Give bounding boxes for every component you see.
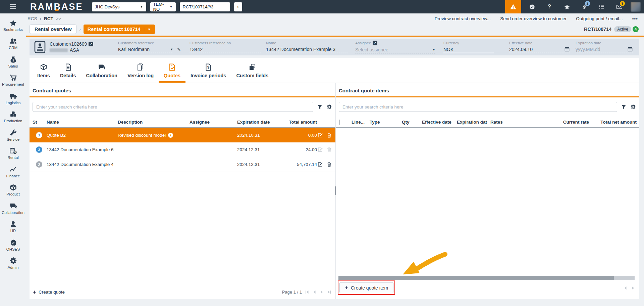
tab-items[interactable]: Items: [32, 58, 55, 83]
messages-button[interactable]: 9: [612, 0, 626, 13]
system-select[interactable]: JHC DevSys▼: [92, 2, 146, 11]
panel-title-underline: [336, 96, 639, 97]
chevron-down-icon: ▼: [140, 5, 143, 8]
tab-details[interactable]: Details: [55, 58, 81, 83]
external-link-icon[interactable]: ↗: [89, 42, 93, 46]
breadcrumb-rct[interactable]: RCT: [44, 16, 53, 21]
chevron-down-icon[interactable]: ▼: [432, 48, 435, 51]
prev-page-icon[interactable]: [623, 286, 628, 290]
menu-icon[interactable]: [0, 4, 26, 9]
tab-invoice-periods[interactable]: $ Invoice periods: [185, 58, 231, 83]
logo-accent: [54, 8, 59, 11]
cart-icon: [9, 74, 17, 82]
attachments-button[interactable]: 2: [578, 0, 591, 13]
contract-quote-items-panel: Contract quote items Line... Type Qty: [335, 83, 639, 299]
sidebar-item-admin[interactable]: Admin: [0, 254, 26, 273]
panel-resize-handle[interactable]: [335, 186, 336, 195]
customers-reference-input[interactable]: Kari Nordmann ▼: [118, 46, 173, 53]
last-page-icon[interactable]: [327, 290, 331, 294]
sidebar-item-rental[interactable]: $ Rental: [0, 144, 26, 163]
external-link-icon[interactable]: ↗: [373, 41, 377, 45]
edit-pencil-icon[interactable]: ✎: [177, 47, 181, 52]
tab-custom-fields[interactable]: Custom fields: [231, 58, 273, 83]
first-page-icon[interactable]: [305, 290, 309, 294]
table-row[interactable]: 1 Quote B2 Revised discount modeli 2024.…: [30, 128, 335, 142]
preview-contract-overview-link[interactable]: Preview contract overview...: [435, 16, 491, 21]
favorites-button[interactable]: [560, 0, 574, 13]
status-badge: 1: [36, 132, 42, 138]
chat-icon: [9, 202, 17, 210]
next-page-icon[interactable]: [631, 286, 635, 290]
document-dollar-icon: $: [204, 63, 212, 71]
sidebar-item-collaboration[interactable]: Collaboration: [0, 199, 26, 218]
tab-collaboration[interactable]: Collaboration: [81, 58, 122, 83]
sidebar-item-procurement[interactable]: Procurement: [0, 71, 26, 90]
table-row[interactable]: 2 13442 Documentation Example 4 ... 2024…: [30, 157, 335, 172]
expiration-date-input[interactable]: yyyy.MM.dd: [576, 46, 633, 53]
send-order-overview-link[interactable]: Send order overview to customer: [500, 16, 567, 21]
alerts-button[interactable]: [505, 0, 521, 13]
more-actions-button[interactable]: •••: [632, 16, 638, 21]
breadcrumb-rcs[interactable]: RCS: [28, 16, 37, 21]
field-name: Name 13442 Documentation Example 3: [266, 41, 355, 53]
contract-nav-tabs: Items Details Collaboration Version log: [30, 58, 639, 83]
currency-input[interactable]: NOK: [443, 46, 494, 53]
sidebar-item-sales[interactable]: $ Sales: [0, 53, 26, 71]
field-customers-reference-no: Customers reference no. 13442: [190, 41, 266, 53]
customer-link[interactable]: Customer/102609 ↗: [50, 41, 93, 47]
gear-icon[interactable]: [326, 104, 332, 110]
template-select[interactable]: TEM-NO▼: [150, 2, 176, 11]
sidebar-item-logistics[interactable]: Logistics: [0, 89, 26, 108]
tab-rental-overview[interactable]: Rental overview: [30, 25, 76, 34]
gear-icon[interactable]: [630, 104, 636, 110]
select-all-checkbox[interactable]: [339, 120, 340, 125]
back-button[interactable]: ‹: [234, 2, 242, 11]
trash-icon[interactable]: [326, 147, 332, 152]
document-search-input[interactable]: [180, 2, 230, 11]
svg-text:$: $: [207, 65, 209, 69]
create-quote-button[interactable]: + Create quote: [33, 289, 65, 295]
table-row[interactable]: 3 13442 Documentation Example 6 2024.12.…: [30, 142, 335, 157]
sidebar-item-product[interactable]: Product: [0, 181, 26, 200]
calendar-icon[interactable]: [565, 47, 570, 52]
avatar[interactable]: [631, 2, 641, 12]
quotes-search-input[interactable]: [33, 102, 313, 112]
approvals-button[interactable]: [525, 0, 539, 13]
horizontal-scrollbar[interactable]: [338, 276, 635, 280]
sidebar-item-finance[interactable]: Finance: [0, 163, 26, 181]
sidebar-item-crm[interactable]: CRM: [0, 35, 26, 53]
sidebar-item-qhses[interactable]: QHSES: [0, 236, 26, 254]
edit-icon[interactable]: [317, 162, 323, 167]
sidebar-item-service[interactable]: Service: [0, 126, 26, 144]
effective-date-input[interactable]: 2024.09.10: [509, 46, 570, 53]
warning-icon: [510, 3, 517, 10]
edit-icon[interactable]: [317, 132, 323, 138]
tab-version-log[interactable]: Version log: [122, 58, 159, 83]
create-quote-item-button[interactable]: + Create quote item: [339, 282, 393, 293]
task-list-button[interactable]: [595, 0, 608, 13]
assignee-select[interactable]: Select assignee ▼: [355, 46, 435, 53]
help-button[interactable]: ?: [543, 0, 556, 13]
outgoing-print-email-link[interactable]: Outgoing print / email...: [576, 16, 623, 21]
chevron-down-icon[interactable]: ▼: [170, 48, 173, 51]
tab-quotes[interactable]: Quotes: [159, 58, 185, 83]
sidebar-item-bookmarks[interactable]: Bookmarks: [0, 16, 26, 35]
users-icon: [9, 37, 17, 45]
calendar-icon[interactable]: [628, 47, 633, 52]
filter-icon[interactable]: [317, 104, 323, 110]
info-icon[interactable]: i: [168, 133, 173, 138]
sidebar-item-hr[interactable]: HR: [0, 218, 26, 236]
tab-rental-contract[interactable]: Rental contract 100714 ▼: [84, 25, 155, 34]
next-page-icon[interactable]: [320, 290, 324, 294]
customers-reference-no-input[interactable]: 13442: [190, 46, 261, 53]
scrollbar-thumb[interactable]: [338, 276, 614, 280]
sidebar-item-production[interactable]: Production: [0, 108, 26, 126]
trash-icon[interactable]: [326, 162, 332, 167]
trash-icon[interactable]: [326, 132, 332, 138]
filter-icon[interactable]: [621, 104, 627, 110]
name-input[interactable]: 13442 Documentation Example 3: [266, 46, 348, 53]
quote-items-search-input[interactable]: [339, 102, 617, 112]
chevron-down-icon[interactable]: ▼: [144, 28, 151, 31]
prev-page-icon[interactable]: [312, 290, 317, 294]
edit-icon[interactable]: [317, 147, 323, 152]
